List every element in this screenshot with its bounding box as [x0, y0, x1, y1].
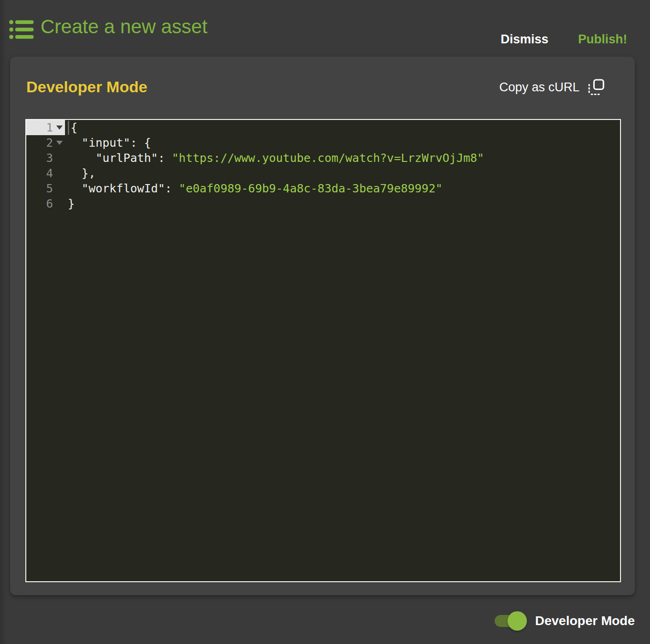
toggle-knob [508, 611, 527, 631]
code-line-content: "input": { [65, 135, 151, 150]
line-number: 4 [46, 167, 53, 180]
code-segment-plain: "urlPath": [68, 150, 172, 166]
fold-arrow-icon[interactable] [56, 125, 63, 130]
developer-mode-toggle-row: Developer Mode [495, 609, 635, 633]
code-line-content: "urlPath": "https://www.youtube.com/watc… [65, 150, 484, 166]
list-icon [9, 18, 34, 41]
gutter-cell[interactable]: 4 [26, 166, 65, 181]
copy-icon [588, 79, 604, 95]
line-number: 1 [46, 121, 53, 134]
editor-lines: 1{2 "input": {3 "urlPath": "https://www.… [26, 120, 620, 211]
line-number: 3 [46, 151, 53, 165]
code-segment-plain: }, [68, 166, 95, 181]
editor-line[interactable]: 1{ [26, 120, 620, 135]
text-cursor [68, 121, 69, 135]
editor-line[interactable]: 5 "workflowId": "e0af0989-69b9-4a8c-83da… [26, 181, 620, 196]
line-number: 6 [46, 197, 53, 210]
gutter-cell[interactable]: 2 [26, 135, 65, 150]
page-title: Create a new asset [41, 16, 207, 38]
gutter-cell[interactable]: 6 [26, 196, 65, 211]
json-code-editor[interactable]: 1{2 "input": {3 "urlPath": "https://www.… [25, 119, 621, 582]
publish-button[interactable]: Publish! [575, 31, 630, 48]
panel-title: Developer Mode [26, 78, 148, 96]
code-segment-string: "e0af0989-69b9-4a8c-83da-3bea79e89992" [179, 181, 443, 196]
line-number: 2 [46, 136, 53, 149]
code-line-content: }, [65, 166, 95, 181]
editor-line[interactable]: 2 "input": { [26, 135, 620, 150]
copy-as-curl-button[interactable]: Copy as cURL [499, 79, 604, 95]
developer-mode-panel: Developer Mode Copy as cURL 1{2 "input":… [10, 57, 635, 595]
fold-arrow-icon[interactable] [56, 141, 63, 145]
line-number: 5 [46, 182, 53, 195]
code-segment-plain: { [71, 120, 77, 135]
code-line-content: "workflowId": "e0af0989-69b9-4a8c-83da-3… [65, 181, 443, 196]
app-header: Create a new asset Dismiss Publish! [0, 0, 650, 57]
gutter-cell[interactable]: 3 [26, 150, 65, 166]
gutter-cell[interactable]: 1 [26, 120, 65, 135]
code-segment-plain: "workflowId": [68, 181, 179, 196]
code-segment-plain: } [68, 196, 75, 211]
developer-mode-toggle[interactable] [495, 609, 527, 633]
code-segment-plain: "input": { [68, 135, 151, 150]
copy-as-curl-label: Copy as cURL [499, 80, 579, 95]
code-line-content: } [65, 196, 75, 211]
dismiss-button[interactable]: Dismiss [498, 31, 551, 48]
editor-line[interactable]: 4 }, [26, 166, 620, 181]
code-segment-string: "https://www.youtube.com/watch?v=LrzWrvO… [172, 150, 484, 166]
gutter-cell[interactable]: 5 [26, 181, 65, 196]
code-line-content: { [65, 120, 77, 135]
editor-line[interactable]: 6} [26, 196, 620, 211]
editor-line[interactable]: 3 "urlPath": "https://www.youtube.com/wa… [26, 150, 620, 166]
developer-mode-toggle-label: Developer Mode [535, 614, 635, 628]
